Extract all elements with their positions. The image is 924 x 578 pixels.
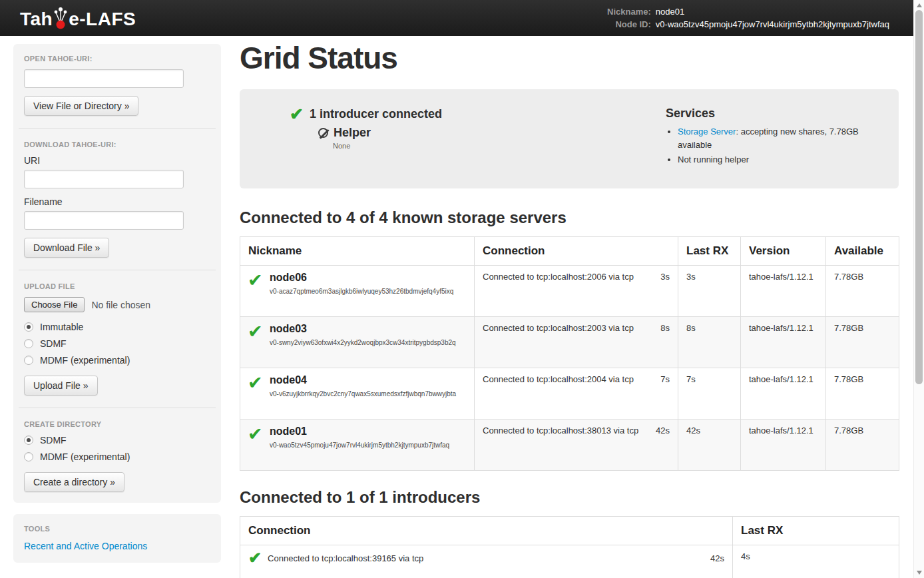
upload-file-section: UPLOAD FILE Choose File No file chosen I… bbox=[24, 282, 210, 396]
service-item-helper: Not running helper bbox=[678, 153, 879, 166]
nickname-label: Nickname: bbox=[607, 6, 651, 17]
create-directory-button[interactable]: Create a directory » bbox=[24, 472, 124, 492]
helper-label: Helper bbox=[334, 126, 371, 140]
server-connection-age: 7s bbox=[660, 374, 670, 384]
server-node-id: v0-acaz7qptmeo6m3asjlgkb6iwlyuqey53hz26t… bbox=[248, 286, 466, 298]
col-version: Version bbox=[741, 236, 826, 265]
radio-row-upload-sdmf[interactable]: SDMF bbox=[24, 338, 210, 349]
introducer-connection-age: 42s bbox=[710, 551, 724, 563]
choose-file-button[interactable]: Choose File bbox=[24, 297, 85, 312]
radio-mkdir-mdmf[interactable] bbox=[24, 452, 33, 461]
server-node-id: v0-wao5tzv45pmoju47jow7rvl4ukirjm5ytbh2k… bbox=[248, 439, 466, 451]
status-well: ✔ 1 introducer connected Helper None Ser… bbox=[240, 89, 899, 188]
helper-status-line: Helper bbox=[318, 126, 666, 140]
server-connection-age: 3s bbox=[660, 272, 670, 282]
services-title: Services bbox=[666, 107, 879, 121]
introducer-last-rx: 4s bbox=[733, 545, 899, 578]
scrollbar-thumb[interactable] bbox=[915, 10, 923, 384]
check-icon: ✔ bbox=[290, 107, 304, 121]
introducers-table: Connection Last RX ✔ Connected to tcp:lo… bbox=[240, 516, 899, 578]
node-id-label: Node ID: bbox=[607, 19, 651, 30]
filename-field-label: Filename bbox=[24, 196, 210, 207]
introducer-connection-text: Connected to tcp:localhost:39165 via tcp bbox=[268, 551, 705, 563]
server-nickname: node06 bbox=[270, 272, 466, 284]
services-list: Storage Server: accepting new shares, 7.… bbox=[666, 125, 879, 166]
server-connection-text: Connected to tcp:localhost:2006 via tcp bbox=[483, 272, 634, 282]
nickname-value: node01 bbox=[656, 6, 889, 17]
uri-field-label: URI bbox=[24, 155, 210, 166]
file-picker: Choose File No file chosen bbox=[24, 297, 210, 312]
status-summary: ✔ 1 introducer connected Helper None bbox=[260, 107, 666, 168]
radio-upload-mdmf[interactable] bbox=[24, 356, 33, 365]
server-version: tahoe-lafs/1.12.1 bbox=[741, 368, 826, 419]
connected-check-icon: ✔ bbox=[248, 551, 262, 565]
radio-row-mkdir-sdmf[interactable]: SDMF bbox=[24, 435, 210, 445]
sidebar-main-panel: OPEN TAHOE-URI: View File or Directory »… bbox=[13, 44, 221, 503]
introducer-status-text: 1 introducer connected bbox=[310, 107, 442, 121]
storage-server-row: ✔ node06 v0-acaz7qptmeo6m3asjlgkb6iwlyuq… bbox=[240, 265, 899, 316]
storage-server-row: ✔ node01 v0-wao5tzv45pmoju47jow7rvl4ukir… bbox=[240, 419, 899, 470]
server-connection-age: 42s bbox=[656, 426, 670, 435]
tools-panel: TOOLS Recent and Active Operations bbox=[13, 514, 221, 563]
recent-operations-link[interactable]: Recent and Active Operations bbox=[24, 541, 147, 551]
app-logo: Tah e-LAFS bbox=[20, 7, 136, 30]
connected-check-icon: ✔ bbox=[248, 272, 263, 289]
vertical-scrollbar[interactable] bbox=[913, 0, 924, 578]
top-navbar: Tah e-LAFS Nickname: node01 Node ID: v0-… bbox=[0, 0, 924, 36]
create-directory-label: CREATE DIRECTORY bbox=[24, 420, 210, 428]
no-file-chosen-text: No file chosen bbox=[91, 300, 150, 310]
upload-file-button[interactable]: Upload File » bbox=[24, 376, 98, 396]
server-node-id: v0-v6zuyjkbrrkqy2bvc2cny7qwax5sxumedsxfz… bbox=[248, 388, 466, 400]
uri-input[interactable] bbox=[24, 170, 184, 188]
page: Tah e-LAFS Nickname: node01 Node ID: v0-… bbox=[0, 0, 924, 578]
scroll-up-arrow-icon[interactable] bbox=[917, 3, 922, 7]
server-available: 7.78GB bbox=[826, 265, 899, 316]
helper-service-text: Not running helper bbox=[678, 154, 749, 164]
introducers-table-header-row: Connection Last RX bbox=[240, 516, 899, 545]
helper-value: None bbox=[333, 142, 666, 150]
introducers-heading: Connected to 1 of 1 introducers bbox=[240, 488, 899, 507]
storage-table-body: ✔ node06 v0-acaz7qptmeo6m3asjlgkb6iwlyuq… bbox=[240, 265, 899, 470]
radio-row-upload-mdmf[interactable]: MDMF (experimental) bbox=[24, 355, 210, 366]
radio-row-mkdir-mdmf[interactable]: MDMF (experimental) bbox=[24, 451, 210, 462]
open-tahoe-uri-label: OPEN TAHOE-URI: bbox=[24, 55, 210, 63]
server-connection-text: Connected to tcp:localhost:2003 via tcp bbox=[483, 323, 634, 333]
not-available-icon bbox=[318, 128, 328, 138]
service-item-storage: Storage Server: accepting new shares, 7.… bbox=[678, 125, 879, 151]
download-tahoe-uri-label: DOWNLOAD TAHOE-URI: bbox=[24, 141, 210, 148]
radio-mkdir-sdmf[interactable] bbox=[24, 435, 33, 445]
storage-server-row: ✔ node04 v0-v6zuyjkbrrkqy2bvc2cny7qwax5s… bbox=[240, 368, 899, 419]
radio-upload-sdmf[interactable] bbox=[24, 339, 33, 348]
radio-immutable[interactable] bbox=[24, 322, 33, 332]
server-nickname: node01 bbox=[270, 426, 466, 437]
server-nickname: node03 bbox=[270, 323, 466, 335]
open-tahoe-uri-section: OPEN TAHOE-URI: View File or Directory » bbox=[24, 55, 210, 116]
introducer-status-line: ✔ 1 introducer connected bbox=[290, 107, 666, 121]
col-nickname: Nickname bbox=[240, 236, 475, 265]
server-version: tahoe-lafs/1.12.1 bbox=[741, 419, 826, 470]
storage-server-link[interactable]: Storage Server bbox=[678, 127, 736, 137]
server-nickname: node04 bbox=[270, 374, 466, 386]
services-block: Services Storage Server: accepting new s… bbox=[666, 107, 879, 168]
radio-mkdir-mdmf-label: MDMF (experimental) bbox=[40, 451, 130, 462]
view-file-or-directory-button[interactable]: View File or Directory » bbox=[24, 96, 138, 116]
open-tahoe-uri-input[interactable] bbox=[24, 69, 184, 88]
server-available: 7.78GB bbox=[826, 419, 899, 470]
radio-upload-mdmf-label: MDMF (experimental) bbox=[40, 355, 130, 366]
col-intro-last-rx: Last RX bbox=[733, 516, 899, 545]
storage-servers-table: Nickname Connection Last RX Version Avai… bbox=[240, 236, 899, 471]
server-connection-text: Connected to tcp:localhost:38013 via tcp bbox=[483, 426, 638, 435]
col-available: Available bbox=[826, 236, 899, 265]
scroll-down-arrow-icon[interactable] bbox=[917, 571, 922, 575]
storage-table-header-row: Nickname Connection Last RX Version Avai… bbox=[240, 236, 899, 265]
server-available: 7.78GB bbox=[826, 368, 899, 419]
divider bbox=[19, 408, 216, 408]
filename-input[interactable] bbox=[24, 211, 184, 230]
download-file-button[interactable]: Download File » bbox=[24, 238, 109, 258]
radio-row-immutable[interactable]: Immutable bbox=[24, 322, 210, 332]
col-connection: Connection bbox=[475, 236, 678, 265]
server-node-id: v0-swny2viyw63ofxwi4x2yykd2woqjbpx3cw34x… bbox=[248, 337, 466, 349]
logo-text-prefix: Tah bbox=[20, 9, 53, 30]
download-tahoe-uri-section: DOWNLOAD TAHOE-URI: URI Filename Downloa… bbox=[24, 141, 210, 258]
server-version: tahoe-lafs/1.12.1 bbox=[741, 265, 826, 316]
